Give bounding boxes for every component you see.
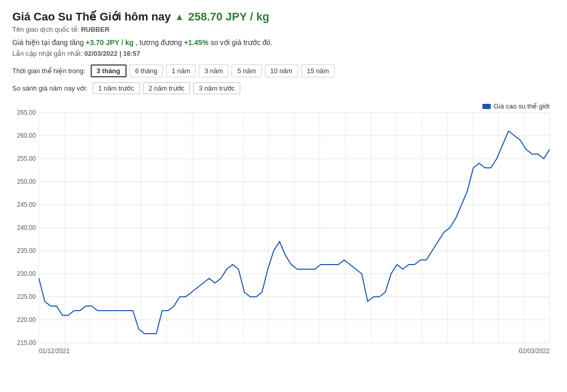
compare-btn-1[interactable]: 2 năm trước — [143, 82, 190, 94]
title-text: Giá Cao Su Thế Giới hôm nay — [12, 10, 171, 24]
compare-btn-2[interactable]: 3 năm trước — [193, 82, 240, 94]
trade-name-label: Tên giao dịch quốc tế: — [12, 26, 79, 33]
price-chart: 265.00260.00255.00250.00245.00240.00235.… — [12, 102, 555, 358]
time-filter-btn-2[interactable]: 1 năm — [166, 64, 196, 77]
current-price: 258.70 JPY / kg — [188, 10, 269, 24]
svg-text:245.00: 245.00 — [17, 201, 36, 208]
svg-text:215.00: 215.00 — [17, 339, 36, 346]
time-filter-btn-0[interactable]: 3 tháng — [91, 64, 127, 77]
trade-name-value: RUBBER — [81, 26, 110, 33]
compare-label: So sánh giá năm nay với: — [12, 84, 88, 92]
legend-color-box — [482, 104, 491, 109]
svg-text:250.00: 250.00 — [17, 178, 36, 185]
time-filter-buttons: 3 tháng6 tháng1 năm3 năm5 năm10 năm15 nă… — [91, 64, 335, 77]
price-up-arrow-icon: ▲ — [175, 12, 184, 23]
svg-text:230.00: 230.00 — [17, 270, 36, 277]
compare-buttons: 1 năm trước2 năm trước3 năm trước — [93, 82, 241, 94]
time-filter-btn-5[interactable]: 10 năm — [265, 64, 298, 77]
time-filter-btn-1[interactable]: 6 tháng — [130, 64, 163, 77]
time-filter-label: Thời gian thể hiện trong: — [12, 67, 86, 75]
svg-text:01/12/2021: 01/12/2021 — [39, 347, 70, 355]
time-filter-row: Thời gian thể hiện trong: 3 tháng6 tháng… — [12, 64, 555, 77]
time-filter-btn-6[interactable]: 15 năm — [301, 64, 334, 77]
trade-name-line: Tên giao dịch quốc tế: RUBBER — [12, 26, 555, 33]
svg-text:260.00: 260.00 — [17, 132, 36, 139]
svg-text:265.00: 265.00 — [17, 109, 36, 116]
svg-text:220.00: 220.00 — [17, 316, 36, 323]
svg-text:235.00: 235.00 — [17, 247, 36, 254]
change-separator: , tương đương — [136, 38, 182, 47]
change-prefix: Giá hiện tại đang tăng — [12, 38, 83, 47]
svg-text:02/03/2022: 02/03/2022 — [519, 347, 550, 355]
svg-text:255.00: 255.00 — [17, 155, 36, 162]
legend-label: Giá cao su thế giới — [494, 102, 550, 110]
time-filter-btn-4[interactable]: 5 năm — [232, 64, 261, 77]
price-change-line: Giá hiện tại đang tăng +3.70 JPY / kg , … — [12, 38, 555, 47]
svg-text:240.00: 240.00 — [17, 224, 36, 231]
change-suffix: so với giá trước đó. — [211, 38, 272, 47]
time-filter-btn-3[interactable]: 3 năm — [199, 64, 228, 77]
change-percent: +1.45% — [184, 38, 208, 47]
last-updated-line: Lần cập nhật gần nhất: 02/03/2022 | 16:5… — [12, 50, 555, 57]
last-updated-label: Lần cập nhật gần nhất: — [12, 50, 82, 57]
svg-text:225.00: 225.00 — [17, 293, 36, 300]
chart-area: Giá cao su thế giới 265.00260.00255.0025… — [12, 102, 555, 358]
compare-btn-0[interactable]: 1 năm trước — [93, 82, 140, 94]
last-updated-value: 02/03/2022 | 16:57 — [84, 50, 140, 57]
chart-legend: Giá cao su thế giới — [482, 102, 550, 110]
page-title: Giá Cao Su Thế Giới hôm nay ▲ 258.70 JPY… — [12, 10, 555, 24]
compare-row: So sánh giá năm nay với: 1 năm trước2 nă… — [12, 82, 555, 94]
change-amount: +3.70 JPY / kg — [86, 38, 134, 47]
